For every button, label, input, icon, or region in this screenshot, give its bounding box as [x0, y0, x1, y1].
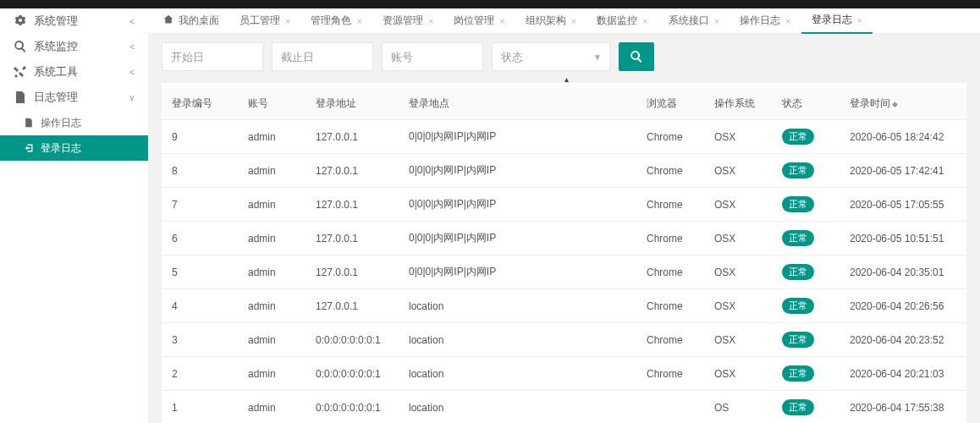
col-status[interactable]: 状态 [772, 88, 840, 120]
cell-id: 8 [162, 154, 238, 188]
tab-8[interactable]: 操作日志× [729, 8, 801, 34]
col-id[interactable]: 登录编号 [162, 88, 238, 120]
cell-account: admin [238, 255, 306, 289]
status-badge: 正常 [782, 162, 814, 179]
cell-account: admin [238, 188, 306, 222]
col-os[interactable]: 操作系统 [704, 88, 772, 120]
cell-browser: Chrome [636, 255, 704, 289]
sidebar: 系统管理 < 系统监控 < 系统工具 < 日志管理 ∨ 操作日志 登录日志 [0, 8, 148, 423]
cell-status: 正常 [772, 120, 840, 154]
tab-4[interactable]: 岗位管理× [443, 8, 515, 34]
status-badge: 正常 [782, 129, 814, 145]
table-header-row: 登录编号 账号 登录地址 登录地点 浏览器 操作系统 状态 登录时间◆ [162, 88, 966, 120]
cell-os: OSX [704, 323, 772, 357]
tab-3[interactable]: 资源管理× [372, 8, 443, 34]
col-address[interactable]: 登录地址 [306, 88, 399, 120]
close-icon[interactable]: × [499, 16, 504, 26]
col-location[interactable]: 登录地点 [399, 88, 636, 120]
sidebar-subitem-login-log[interactable]: 登录日志 [0, 135, 148, 161]
col-browser[interactable]: 浏览器 [636, 88, 704, 120]
status-select[interactable] [492, 42, 610, 71]
table-row[interactable]: 2admin0:0:0:0:0:0:0:1locationChromeOSX正常… [162, 357, 966, 391]
table-row[interactable]: 9admin127.0.0.10|0|0|内网IP|内网IPChromeOSX正… [162, 120, 966, 154]
close-icon[interactable]: × [428, 16, 433, 26]
content: ▼ 登录编号 账号 登录地址 登录地点 [148, 34, 980, 423]
cell-os: OS [704, 391, 772, 424]
close-icon[interactable]: × [642, 16, 647, 26]
table-row[interactable]: 1admin0:0:0:0:0:0:0:1locationOS正常2020-06… [162, 391, 966, 424]
sidebar-subitem-operation-log[interactable]: 操作日志 [0, 110, 148, 135]
close-icon[interactable]: × [285, 16, 290, 26]
table-row[interactable]: 6admin127.0.0.10|0|0|内网IP|内网IPChromeOSX正… [162, 222, 966, 255]
tab-1[interactable]: 员工管理× [229, 8, 300, 34]
cell-time: 2020-06-05 17:42:41 [840, 154, 966, 188]
tab-7[interactable]: 系统接口× [658, 8, 729, 34]
cell-address: 0:0:0:0:0:0:0:1 [306, 391, 399, 424]
close-icon[interactable]: × [785, 16, 790, 26]
tab-label: 登录日志 [812, 13, 852, 27]
cell-time: 2020-06-04 20:26:56 [840, 289, 966, 323]
sidebar-item-system-tools[interactable]: 系统工具 < [0, 59, 148, 85]
cell-os: OSX [704, 289, 772, 323]
cell-location: 0|0|0|内网IP|内网IP [399, 154, 636, 188]
end-date-input[interactable] [272, 42, 373, 71]
cell-account: admin [238, 120, 306, 154]
tab-6[interactable]: 数据监控× [586, 8, 658, 34]
cell-browser: Chrome [636, 357, 704, 391]
start-date-input[interactable] [162, 42, 263, 71]
cell-id: 6 [162, 222, 238, 255]
cell-address: 0:0:0:0:0:0:0:1 [306, 323, 399, 357]
tab-9[interactable]: 登录日志× [801, 8, 873, 34]
table-row[interactable]: 3admin0:0:0:0:0:0:0:1locationChromeOSX正常… [162, 323, 966, 357]
tabs: 我的桌面员工管理×管理角色×资源管理×岗位管理×组织架构×数据监控×系统接口×操… [148, 8, 980, 34]
close-icon[interactable]: × [857, 15, 862, 25]
tab-label: 组织架构 [526, 14, 566, 28]
cell-time: 2020-06-05 10:51:51 [840, 222, 966, 255]
cell-address: 127.0.0.1 [306, 222, 399, 255]
cell-status: 正常 [772, 188, 840, 222]
cell-id: 5 [162, 255, 238, 289]
table-row[interactable]: 5admin127.0.0.10|0|0|内网IP|内网IPChromeOSX正… [162, 255, 966, 289]
table-row[interactable]: 4admin127.0.0.1locationChromeOSX正常2020-0… [162, 289, 966, 323]
table-row[interactable]: 7admin127.0.0.10|0|0|内网IP|内网IPChromeOSX正… [162, 188, 966, 222]
status-badge: 正常 [782, 196, 814, 212]
cell-browser: Chrome [636, 222, 704, 255]
home-icon [163, 14, 173, 27]
cell-id: 2 [162, 357, 238, 391]
cell-account: admin [238, 357, 306, 391]
tab-label: 员工管理 [239, 14, 280, 28]
cell-os: OSX [704, 357, 772, 391]
cell-location: location [399, 289, 636, 323]
cell-location: 0|0|0|内网IP|内网IP [399, 120, 636, 154]
cell-status: 正常 [772, 154, 840, 188]
col-time[interactable]: 登录时间◆ [840, 88, 966, 120]
tab-2[interactable]: 管理角色× [300, 8, 372, 34]
tab-0[interactable]: 我的桌面 [153, 8, 229, 34]
sidebar-item-label: 日志管理 [34, 90, 129, 105]
close-icon[interactable]: × [356, 16, 361, 26]
table-row[interactable]: 8admin127.0.0.10|0|0|内网IP|内网IPChromeOSX正… [162, 154, 966, 188]
account-input[interactable] [382, 42, 483, 71]
close-icon[interactable]: × [714, 16, 719, 26]
cell-account: admin [238, 391, 306, 424]
sidebar-item-system-monitor[interactable]: 系统监控 < [0, 34, 148, 59]
cell-account: admin [238, 222, 306, 255]
status-badge: 正常 [782, 365, 814, 382]
cell-status: 正常 [772, 222, 840, 255]
sidebar-item-system-manage[interactable]: 系统管理 < [0, 8, 148, 34]
search-button[interactable] [619, 42, 654, 71]
cell-os: OSX [704, 188, 772, 222]
sidebar-item-label: 登录日志 [41, 141, 135, 156]
status-select-wrap: ▼ [492, 42, 610, 71]
sidebar-item-label: 系统管理 [34, 14, 129, 29]
col-account[interactable]: 账号 [238, 88, 306, 120]
cell-os: OSX [704, 154, 772, 188]
status-badge: 正常 [782, 230, 814, 246]
cell-browser: Chrome [636, 154, 704, 188]
tab-5[interactable]: 组织架构× [515, 8, 586, 34]
cell-status: 正常 [772, 323, 840, 357]
sidebar-item-log-manage[interactable]: 日志管理 ∨ [0, 85, 148, 110]
close-icon[interactable]: × [571, 16, 576, 26]
cell-account: admin [238, 154, 306, 188]
sidebar-item-label: 系统监控 [34, 39, 129, 54]
